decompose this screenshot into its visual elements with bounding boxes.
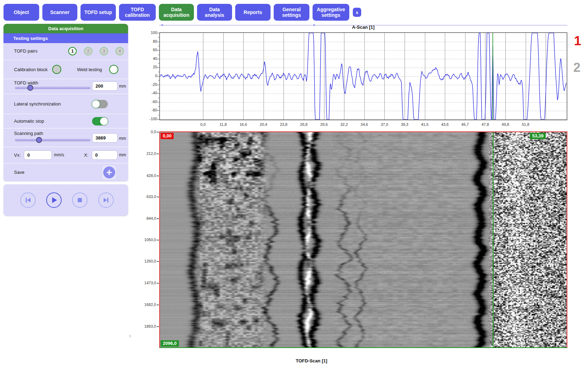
top-nav: ObjectScannerTOFD setupTOFD calibrationD… [0, 0, 588, 23]
tofd-title: TOFD-Scan [1] [276, 358, 346, 363]
ascan-x-tick-label: 23,8 [276, 122, 290, 127]
ascan-y-tick-label: -20 [142, 82, 157, 87]
ascan-x-tick-label: 43,6 [438, 122, 452, 127]
play-button[interactable] [46, 192, 62, 208]
ascan-y-tick-mark [158, 55, 159, 55]
nav-button-reports[interactable]: Reports [235, 4, 271, 21]
tofd-width-slider-thumb[interactable] [27, 85, 33, 91]
ascan-y-tick-label: 80 [142, 39, 157, 43]
ascan-y-tick-mark [157, 85, 159, 85]
vx-label: Vx: [14, 152, 21, 158]
tofd-y-tick-label: 428,0 [139, 173, 156, 178]
ascan-y-tick-mark [157, 102, 159, 102]
playback-panel [4, 184, 128, 216]
row-scanning-path: Scanning path mm [4, 129, 128, 147]
ascan-x-tick-label: 49,8 [498, 122, 512, 127]
skip-to-start-icon [24, 197, 31, 204]
ascan-x-tick-label: 20,4 [257, 122, 271, 127]
nav-button-scanner[interactable]: Scanner [42, 4, 77, 21]
tofd-pair-1[interactable]: 1 [68, 47, 77, 55]
ascan-y-tick-label: -40 [142, 91, 157, 95]
nav-button-object[interactable]: Object [4, 4, 39, 21]
stop-button[interactable] [72, 192, 88, 208]
ascan-y-tick-mark [158, 37, 159, 38]
ascan-x-tick-label: 32,2 [337, 122, 351, 127]
vx-input[interactable] [24, 150, 52, 160]
ascan-y-tick-mark [157, 67, 159, 68]
tofd-depth-badge: 53,39 [530, 133, 546, 139]
tofd-width-input[interactable] [92, 81, 118, 91]
ascan-y-tick-mark [158, 46, 159, 46]
tofd-bscan-canvas[interactable] [160, 132, 567, 347]
tofd-y-tick-label: 1893,0 [139, 324, 156, 328]
tofd-y-tick-mark [157, 283, 159, 284]
row-auto-stop: Automatic stop [4, 114, 128, 129]
ascan-x-tick-label: 41,5 [418, 122, 432, 127]
tofd-y-tick-mark [157, 132, 159, 132]
lateral-sync-toggle[interactable] [92, 100, 108, 108]
calibration-block-radio[interactable] [52, 65, 61, 74]
scanning-path-slider-thumb[interactable] [36, 137, 42, 143]
sidebar-section-testing-settings[interactable]: Testing settings [4, 33, 128, 43]
tofd-y-tick-label: 1682,0 [139, 302, 156, 307]
save-add-button[interactable] [102, 165, 117, 180]
auto-stop-toggle-knob[interactable] [100, 117, 108, 125]
nav-button-tofd-setup[interactable]: TOFD setup [80, 4, 116, 21]
nav-button-general-settings[interactable]: General settings [274, 4, 309, 21]
skip-to-start-button[interactable] [20, 192, 36, 208]
tofd-width-slider[interactable] [15, 87, 90, 89]
tofd-y-tick-mark [157, 240, 159, 240]
ascan-y-tick-mark [158, 80, 159, 81]
tofd-y-tick-label: 0,0 [139, 130, 156, 134]
ascan-y-tick-mark [157, 119, 159, 120]
tofd-y-tick-label: 844,0 [139, 216, 156, 220]
ascan-waveform-canvas[interactable] [160, 33, 567, 120]
close-button[interactable]: x [353, 8, 361, 17]
ascan-plot[interactable] [159, 32, 567, 120]
skip-to-end-button[interactable] [98, 192, 114, 208]
scanning-path-input[interactable] [92, 133, 118, 143]
tofd-pair-2[interactable]: 2 [84, 47, 92, 55]
tofd-y-tick-mark [157, 218, 159, 219]
row-lateral-sync: Lateral synchronization [4, 94, 128, 114]
channel-1-indicator[interactable]: 1 [574, 34, 581, 47]
scanning-path-slider[interactable] [15, 139, 90, 141]
tofd-y-tick-mark [157, 326, 159, 327]
tofd-origin-badge: 0,00 [161, 133, 174, 139]
ascan-x-tick-label: 51,8 [519, 122, 533, 127]
nav-button-data-analysis[interactable]: Data analysis [197, 4, 232, 21]
resize-handle-icon[interactable]: › [129, 332, 131, 340]
nav-button-data-acquisition[interactable]: Data acquisition [159, 4, 194, 21]
tofd-scan-image[interactable]: 0,00 53,39 2096,0 [159, 131, 567, 348]
ascan-x-tick-label: 37,0 [377, 122, 391, 127]
tofd-y-tick-label: 1473,0 [139, 281, 156, 285]
tofd-pair-4[interactable]: 4 [115, 47, 124, 55]
ascan-y-tick-label: 60 [142, 48, 157, 52]
weld-testing-radio[interactable] [109, 65, 118, 74]
skip-to-end-icon [103, 197, 110, 204]
ascan-y-tick-label: -60 [142, 100, 157, 104]
sidebar-header: Data acquisition [4, 24, 128, 33]
tofd-y-tick-mark [157, 197, 159, 197]
channel-2-indicator[interactable]: 2 [573, 61, 581, 74]
ascan-x-tick-label: 16,6 [236, 122, 250, 127]
lateral-sync-toggle-knob[interactable] [92, 100, 100, 108]
plus-icon [103, 166, 115, 178]
x-input[interactable] [92, 150, 118, 160]
ascan-y-tick-mark [158, 115, 159, 115]
ascan-y-tick-label: 40 [142, 56, 157, 61]
ascan-x-tick-label: 26,8 [297, 122, 311, 127]
nav-button-tofd-calibration[interactable]: TOFD calibration [119, 4, 156, 21]
tofd-y-tick-label: 633,0 [139, 195, 156, 199]
ascan-y-tick-mark [157, 76, 159, 76]
auto-stop-toggle[interactable] [92, 117, 108, 125]
stop-icon [76, 197, 83, 204]
tofd-width-label: TOFD width [14, 80, 38, 86]
x-label: X: [84, 152, 88, 158]
ascan-title: A-Scan [1] [159, 25, 567, 30]
ascan-x-tick-label: 11,8 [216, 122, 230, 127]
ascan-x-tick-label: 29,6 [317, 122, 331, 127]
nav-button-aggregative-settings[interactable]: Aggregative settings [313, 4, 349, 21]
tofd-cursor-line[interactable] [493, 132, 493, 347]
tofd-pair-3[interactable]: 3 [100, 47, 108, 55]
